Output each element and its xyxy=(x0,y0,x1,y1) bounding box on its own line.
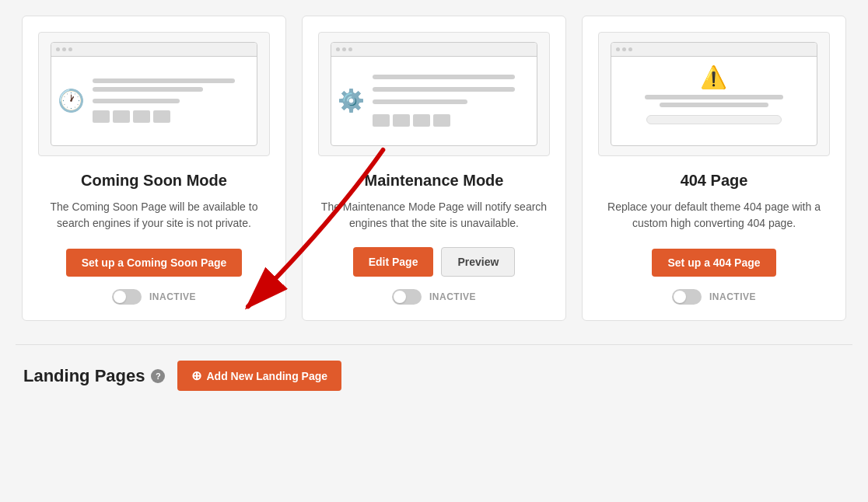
maintenance-desc: The Maintenance Mode Page will notify se… xyxy=(318,199,550,232)
coming-soon-toggle-knob xyxy=(114,291,126,303)
warning-icon: ⚠️ xyxy=(700,64,727,90)
404-card: ⚠️ 404 Page Replace your default theme 4… xyxy=(582,16,846,321)
coming-soon-toggle-row: INACTIVE xyxy=(112,289,196,305)
maintenance-toggle-label: INACTIVE xyxy=(429,291,476,302)
setup-coming-soon-button[interactable]: Set up a Coming Soon Page xyxy=(66,249,243,277)
setup-404-button[interactable]: Set up a 404 Page xyxy=(652,249,775,277)
coming-soon-card: 🕐 xyxy=(22,16,286,321)
404-browser-top xyxy=(611,43,817,57)
clock-icon: 🕐 xyxy=(58,88,85,113)
landing-pages-section: Landing Pages ? ⊕ Add New Landing Page xyxy=(16,361,852,391)
404-preview: ⚠️ xyxy=(598,32,830,156)
coming-soon-desc: The Coming Soon Page will be available t… xyxy=(38,199,270,233)
404-toggle-label: INACTIVE xyxy=(709,291,756,302)
404-desc: Replace your default theme 404 page with… xyxy=(598,199,830,233)
maintenance-toggle-row: INACTIVE xyxy=(392,289,476,305)
maintenance-title: Maintenance Mode xyxy=(365,172,504,190)
browser-chrome-top xyxy=(51,43,257,57)
404-toggle-row: INACTIVE xyxy=(672,289,756,305)
coming-soon-title: Coming Soon Mode xyxy=(81,172,227,190)
coming-soon-preview: 🕐 xyxy=(38,32,270,156)
landing-title-row: Landing Pages ? xyxy=(23,366,165,386)
section-divider xyxy=(16,344,852,345)
maintenance-toggle-knob xyxy=(394,291,406,303)
mode-cards: 🕐 xyxy=(16,16,852,321)
add-landing-page-button[interactable]: ⊕ Add New Landing Page xyxy=(177,361,341,391)
404-title: 404 Page xyxy=(681,172,748,190)
coming-soon-toggle-label: INACTIVE xyxy=(149,291,196,302)
add-icon: ⊕ xyxy=(191,368,201,383)
maintenance-preview: ⚙️ xyxy=(318,32,550,156)
landing-help-icon[interactable]: ? xyxy=(151,369,165,383)
404-toggle[interactable] xyxy=(672,289,702,305)
landing-pages-title: Landing Pages xyxy=(23,366,145,386)
maintenance-toggle[interactable] xyxy=(392,289,422,305)
coming-soon-toggle[interactable] xyxy=(112,289,142,305)
maintenance-browser-top xyxy=(331,43,537,57)
wrench-icon: ⚙️ xyxy=(338,88,365,113)
add-landing-label: Add New Landing Page xyxy=(206,370,327,382)
maintenance-card: ⚙️ xyxy=(302,16,566,321)
edit-page-button[interactable]: Edit Page xyxy=(353,247,434,277)
404-toggle-knob xyxy=(674,291,686,303)
preview-button[interactable]: Preview xyxy=(441,247,515,277)
